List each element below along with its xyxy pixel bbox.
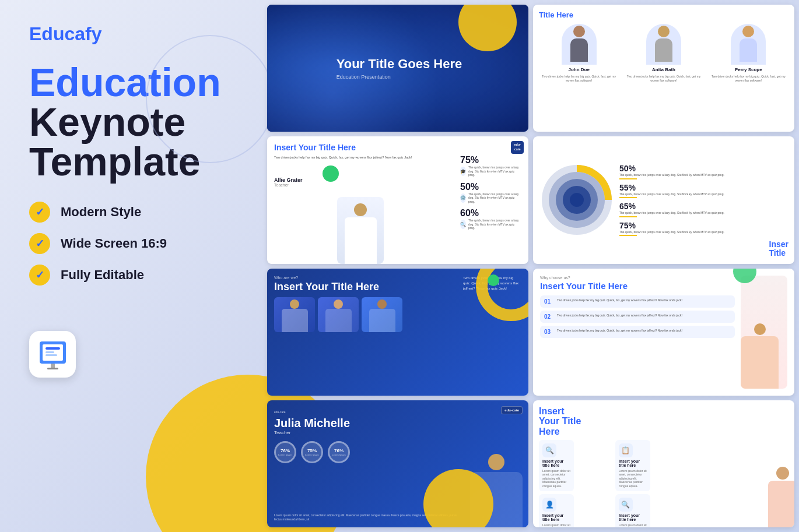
num-text-3: Two driven jocks help fax my big quiz. Q…	[557, 329, 682, 333]
app-icon	[29, 331, 76, 378]
slide-2-title: Title Here	[539, 10, 789, 19]
card-item-4: 🔍 Insert your title here Lorem ipsum dol…	[615, 494, 650, 527]
stat-icon-2: ⚙️	[460, 193, 466, 203]
slide-6-title: Insert Your Title Here	[540, 281, 735, 291]
feature-text-1: Modern Style	[61, 205, 141, 220]
card-text-3: Lorem ipsum dolor sit amet, consectetur …	[542, 523, 570, 527]
slide-4-title: InserTitle	[769, 240, 789, 258]
team-desc-3: Two driven jocks help fax my big quiz. Q…	[709, 75, 789, 82]
slide-4-stats: 50% The quick, brown fox jumps over a la…	[619, 164, 789, 236]
left-panel: Educafy Education Keynote Template Moder…	[0, 0, 262, 532]
slide-8-person	[765, 400, 794, 527]
teacher-role: Teacher	[274, 183, 455, 187]
card-title-3: Insert your title here	[542, 513, 570, 522]
feature-text-2: Wide Screen 16:9	[61, 236, 167, 251]
photo-1	[274, 297, 315, 332]
team-name-1: John Doe	[568, 67, 589, 72]
features-list: Modern Style Wide Screen 16:9 Fully Edit…	[29, 202, 239, 296]
slide-1-title[interactable]: Your Title Goes Here Education Presentat…	[267, 5, 528, 132]
slide-6-left: Why choose us? Insert Your Title Here 01…	[540, 276, 735, 389]
profile-label-3: Lorem Ipsum	[332, 453, 345, 456]
card-title-4: Insert your title here	[619, 513, 647, 522]
card-icon-3: 👤	[542, 498, 556, 512]
svg-rect-6	[47, 368, 58, 369]
teacher-name: Allie Grater	[274, 177, 455, 183]
stat-text-3: The quick, brown fox jumps over a lazy d…	[468, 219, 521, 230]
team-desc-1: Two driven jocks help fax my big quiz. Q…	[539, 75, 619, 82]
svg-rect-5	[51, 364, 55, 368]
slide-2-team[interactable]: Title Here John Doe Two driven jocks hel…	[533, 5, 794, 132]
slides-grid: Your Title Goes Here Education Presentat…	[262, 0, 799, 532]
stat-4-4: 75% The quick, brown fox jumps over a la…	[619, 221, 789, 237]
team-avatar-3	[731, 24, 766, 65]
card-text-4: Lorem ipsum dolor sit amet, consectetur …	[619, 523, 647, 527]
team-name-3: Perry Scope	[735, 67, 762, 72]
profile-pct-3: 76%	[334, 448, 344, 453]
feature-item-2: Wide Screen 16:9	[29, 233, 239, 254]
concentric-chart	[539, 162, 615, 238]
slide-5-left: Who are we? Insert Your Title Here	[274, 276, 457, 389]
profile-pct-2: 75%	[307, 448, 317, 453]
slide-5-who[interactable]: Who are we? Insert Your Title Here	[267, 269, 528, 396]
card-icon-1: 🔍	[542, 443, 556, 457]
stat-pct-2: 50%	[460, 182, 521, 192]
slide-8-cards[interactable]: InsertYour TitleHere 🔍 Insert your title…	[533, 400, 794, 527]
stat-4-3: 65% The quick, brown fox jumps over a la…	[619, 202, 789, 217]
slide-3-title: Insert Your Title Here	[274, 143, 455, 152]
card-icon-4: 🔍	[619, 498, 633, 512]
profile-label-1: Lorem Ipsum	[278, 453, 292, 456]
photo-3	[362, 297, 402, 332]
slide-7-role: Teacher	[274, 430, 521, 435]
card-item-3: 👤 Insert your title here Lorem ipsum dol…	[539, 494, 574, 527]
check-icon-1	[29, 202, 50, 223]
card-title-1: Insert your title here	[542, 459, 570, 467]
slide-6-person	[741, 276, 787, 389]
slide-3-body: Two driven jocks help fax my big quiz. Q…	[274, 156, 455, 160]
num-2: 02	[544, 313, 553, 320]
profile-circle-1: 76% Lorem Ipsum	[274, 441, 296, 463]
keynote-icon	[37, 339, 69, 371]
check-icon-3	[29, 265, 50, 286]
photo-2	[318, 297, 359, 332]
svg-point-11	[570, 193, 584, 207]
slide-5-title: Insert Your Title Here	[274, 281, 457, 293]
team-cards: John Doe Two driven jocks help fax my bi…	[539, 24, 789, 126]
stat-row-2: 50% ⚙️ The quick, brown fox jumps over a…	[460, 182, 521, 204]
num-text-1: Two driven jocks help fax my big quiz. Q…	[557, 298, 682, 302]
slide-5-photos	[274, 297, 457, 332]
stat-icon-1: 🎓	[460, 167, 466, 176]
slide-6-why[interactable]: Why choose us? Insert Your Title Here 01…	[533, 269, 794, 396]
stat-row-3: 60% 🔍 The quick, brown fox jumps over a …	[460, 208, 521, 230]
slide-3-stats[interactable]: Insert Your Title Here Two driven jocks …	[267, 136, 528, 263]
check-icon-2	[29, 233, 50, 254]
slide-8-left: InsertYour TitleHere	[539, 406, 639, 437]
num-1: 01	[544, 298, 553, 305]
profile-pct-1: 76%	[281, 448, 290, 453]
teacher-image	[337, 197, 384, 264]
slide-8-title: InsertYour TitleHere	[539, 406, 636, 437]
svg-rect-4	[45, 354, 57, 356]
numbered-row-3: 03 Two driven jocks help fax my big quiz…	[540, 326, 735, 338]
slide-1-content: Your Title Goes Here Education Presentat…	[334, 57, 462, 80]
team-avatar-1	[562, 24, 597, 65]
stat-pct-1: 75%	[460, 155, 521, 165]
feature-item-1: Modern Style	[29, 202, 239, 223]
card-text-1: Lorem ipsum dolor sit amet, consectetur …	[542, 469, 570, 488]
team-card-3: Perry Scope Two driven jocks help fax my…	[709, 24, 789, 126]
slide-7-profile[interactable]: edu-cate edu-cate Julia Michelle Teacher…	[267, 400, 528, 527]
stat-text-1: The quick, brown fox jumps over a lazy d…	[468, 165, 521, 177]
feature-text-3: Fully Editable	[61, 267, 144, 283]
num-3: 03	[544, 329, 553, 335]
profile-label-2: Lorem Ipsum	[305, 453, 318, 456]
deco-circle-top	[146, 35, 274, 163]
card-text-2: Lorem ipsum dolor sit amet, consectetur …	[619, 469, 647, 488]
card-item-2: 📋 Insert your title here Lorem ipsum dol…	[615, 440, 650, 492]
slide-5-green-dot	[488, 274, 499, 286]
team-card-2: Anita Bath Two driven jocks help fax my …	[623, 24, 703, 126]
team-desc-2: Two driven jocks help fax my big quiz. Q…	[623, 75, 703, 82]
edu-badge: edu-cate	[511, 141, 524, 153]
stat-4-1: 50% The quick, brown fox jumps over a la…	[619, 164, 789, 179]
slide-4-chart[interactable]: 50% The quick, brown fox jumps over a la…	[533, 136, 794, 263]
stat-4-2: 55% The quick, brown fox jumps over a la…	[619, 183, 789, 199]
slide-1-subtitle: Education Presentation	[337, 74, 462, 80]
